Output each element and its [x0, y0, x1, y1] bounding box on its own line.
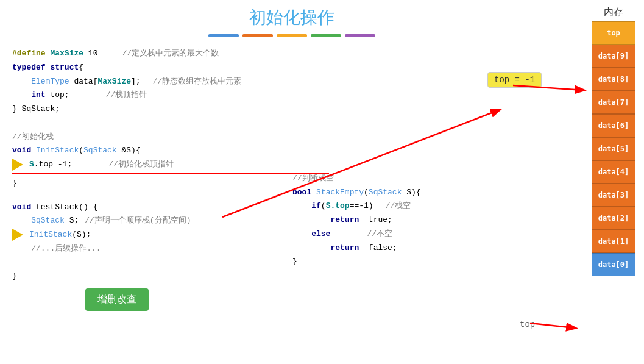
line-close-brace2: } — [12, 269, 292, 284]
crud-button[interactable]: 增删改查 — [85, 288, 149, 311]
divider — [12, 191, 292, 201]
right-comment-empty: //判断栈空 — [292, 172, 571, 186]
line-comment-init: //初始化栈 — [12, 130, 292, 145]
code-left: #define MaxSize 10 //定义栈中元素的最大个数 typedef… — [12, 47, 292, 311]
mem-cell-data9: data[9] — [592, 45, 635, 68]
line-teststack: void testStack() { — [12, 201, 292, 215]
line-elemtype: ElemType data[MaxSize]; //静态数组存放栈中元素 — [12, 75, 292, 89]
mem-cell-data5: data[5] — [592, 137, 635, 160]
line-stop-assign: S.top=-1; //初始化栈顶指针 — [12, 158, 292, 172]
content-area: 初始化操作 #define MaxSize 10 //定义栈中元素的最大个数 t… — [0, 0, 583, 364]
code-right: //判断栈空 bool StackEmpty(SqStack S){ if(S.… — [292, 47, 571, 311]
memory-stack: top data[9] data[8] data[7] data[6] data… — [592, 21, 635, 276]
top-bottom-label: top → — [520, 319, 548, 329]
line-blank2 — [12, 256, 292, 270]
color-bar — [12, 34, 571, 37]
line-initstack-call: InitStack(S); — [12, 228, 292, 242]
right-blank2 — [292, 61, 571, 75]
line-int-top: int top; //栈顶指针 — [12, 88, 292, 102]
mem-cell-data7: data[7] — [592, 91, 635, 114]
memory-label: 内存 — [604, 6, 623, 19]
mem-cell-data6: data[6] — [592, 114, 635, 137]
line-sqstack-s: SqStack S; //声明一个顺序栈(分配空间) — [12, 214, 292, 228]
right-stackempty: bool StackEmpty(SqStack S){ — [292, 186, 571, 200]
svg-line-3 — [530, 323, 575, 328]
line-define: #define MaxSize 10 //定义栈中元素的最大个数 — [12, 47, 292, 61]
right-return-false: return false; — [292, 241, 571, 255]
right-blank4 — [292, 88, 571, 102]
line-close-brace1: } — [12, 177, 292, 191]
right-close: } — [292, 255, 571, 269]
line-initstack: void InitStack(SqStack &S){ — [12, 144, 292, 158]
line-sqstack: } SqStack; — [12, 102, 292, 116]
memory-panel: 内存 top data[9] data[8] data[7] data[6] d… — [583, 0, 644, 364]
red-underline — [12, 173, 329, 174]
right-return-true: return true; — [292, 213, 571, 227]
mem-cell-data1: data[1] — [592, 230, 635, 253]
right-blank5 — [292, 102, 571, 116]
right-blank3 — [292, 75, 571, 89]
right-if: if(S.top==-1) //栈空 — [292, 199, 571, 213]
mem-cell-data0: data[0] — [592, 253, 635, 276]
right-blank9 — [292, 158, 571, 172]
main-container: 初始化操作 #define MaxSize 10 //定义栈中元素的最大个数 t… — [0, 0, 644, 364]
code-section: #define MaxSize 10 //定义栈中元素的最大个数 typedef… — [12, 47, 571, 311]
mem-cell-data4: data[4] — [592, 160, 635, 184]
mem-cell-data2: data[2] — [592, 207, 635, 230]
right-blank8 — [292, 144, 571, 158]
right-blank1 — [292, 47, 571, 61]
mem-cell-data8: data[8] — [592, 68, 635, 91]
line-blank1 — [12, 116, 292, 130]
line-typedef: typedef struct{ — [12, 61, 292, 75]
mem-cell-data3: data[3] — [592, 184, 635, 207]
right-else: else //不空 — [292, 227, 571, 241]
mem-cell-top: top — [592, 21, 635, 45]
right-blank7 — [292, 130, 571, 145]
page-title: 初始化操作 — [12, 6, 571, 29]
line-comment-later: //...后续操作... — [12, 242, 292, 256]
right-blank6 — [292, 116, 571, 130]
